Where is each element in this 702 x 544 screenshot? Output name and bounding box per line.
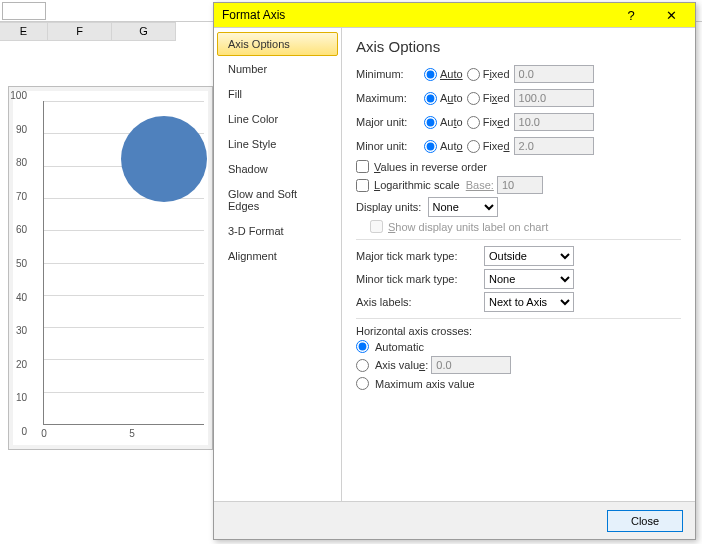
minor-unit-input[interactable] [514, 137, 594, 155]
crosses-heading: Horizontal axis crosses: [356, 325, 681, 337]
chart-plot: 0 5 [43, 101, 204, 425]
minor-unit-label: Minor unit: [356, 140, 424, 152]
nav-alignment[interactable]: Alignment [217, 244, 338, 268]
crosses-max-radio[interactable]: Maximum axis value [356, 377, 681, 390]
y-tick-label: 60 [16, 224, 27, 235]
major-tick-select[interactable]: Outside [484, 246, 574, 266]
panel-heading: Axis Options [356, 38, 681, 55]
radio-label: Automatic [375, 341, 424, 353]
crosses-value-radio[interactable] [356, 359, 369, 372]
help-button[interactable]: ? [611, 8, 651, 23]
nav-axis-options[interactable]: Axis Options [217, 32, 338, 56]
gridline [44, 101, 204, 102]
minor-tick-select[interactable]: None [484, 269, 574, 289]
radio-label: Auto [440, 68, 463, 80]
y-tick-label: 90 [16, 123, 27, 134]
maximum-auto-radio[interactable]: Auto [424, 92, 463, 105]
base-label: Base: [466, 179, 494, 191]
y-tick-label: 10 [16, 392, 27, 403]
gridline [44, 295, 204, 296]
radio-label: Auto [440, 116, 463, 128]
radio-label: Fixed [483, 92, 510, 104]
close-icon[interactable]: ✕ [651, 8, 691, 23]
nav-3d-format[interactable]: 3-D Format [217, 219, 338, 243]
dialog-title: Format Axis [218, 8, 611, 22]
minimum-label: Minimum: [356, 68, 424, 80]
nav-line-color[interactable]: Line Color [217, 107, 338, 131]
major-fixed-radio[interactable]: Fixed [467, 116, 510, 129]
minimum-fixed-radio[interactable]: Fixed [467, 68, 510, 81]
minimum-value-input[interactable] [514, 65, 594, 83]
major-auto-radio[interactable]: Auto [424, 116, 463, 129]
dialog-footer: Close [214, 501, 695, 539]
major-tick-label: Major tick mark type: [356, 250, 484, 262]
col-header[interactable]: E [0, 22, 48, 41]
gridline [44, 392, 204, 393]
radio-label: Auto [440, 92, 463, 104]
log-scale-checkbox[interactable] [356, 179, 369, 192]
checkbox-label: Values in reverse order [374, 161, 487, 173]
gridline [44, 359, 204, 360]
log-base-input[interactable] [497, 176, 543, 194]
y-tick-label: 40 [16, 291, 27, 302]
major-unit-label: Major unit: [356, 116, 424, 128]
minor-fixed-radio[interactable]: Fixed [467, 140, 510, 153]
nav-number[interactable]: Number [217, 57, 338, 81]
category-nav: Axis Options Number Fill Line Color Line… [214, 28, 342, 501]
separator [356, 318, 681, 319]
reverse-order-checkbox[interactable]: Values in reverse order [356, 160, 681, 173]
nav-fill[interactable]: Fill [217, 82, 338, 106]
radio-label: Auto [440, 140, 463, 152]
minor-auto-radio[interactable]: Auto [424, 140, 463, 153]
col-header[interactable]: G [112, 22, 176, 41]
name-box[interactable] [2, 2, 46, 20]
y-tick-label: 50 [16, 258, 27, 269]
radio-label: Fixed [483, 140, 510, 152]
radio-label: Fixed [483, 68, 510, 80]
major-unit-input[interactable] [514, 113, 594, 131]
separator [356, 239, 681, 240]
maximum-label: Maximum: [356, 92, 424, 104]
nav-glow[interactable]: Glow and Soft Edges [217, 182, 338, 218]
y-tick-label: 0 [21, 426, 27, 437]
maximum-value-input[interactable] [514, 89, 594, 107]
y-tick-label: 100 [10, 90, 27, 101]
gridline [44, 230, 204, 231]
nav-line-style[interactable]: Line Style [217, 132, 338, 156]
display-units-label: Display units: [356, 201, 421, 213]
chart-object[interactable]: 100 90 80 70 60 50 40 30 20 10 0 [8, 86, 213, 450]
close-button[interactable]: Close [607, 510, 683, 532]
crosses-group: Horizontal axis crosses: Automatic Axis … [356, 325, 681, 390]
crosses-value-input[interactable] [431, 356, 511, 374]
gridline [44, 263, 204, 264]
show-display-units-label-checkbox: Show display units label on chart [370, 220, 681, 233]
display-units-select[interactable]: None [428, 197, 498, 217]
crosses-value-label: Axis value: [375, 359, 428, 371]
x-tick-label: 0 [41, 428, 47, 439]
titlebar[interactable]: Format Axis ? ✕ [214, 3, 695, 27]
y-tick-label: 30 [16, 325, 27, 336]
crosses-automatic-radio[interactable]: Automatic [356, 340, 681, 353]
minimum-auto-radio[interactable]: Auto [424, 68, 463, 81]
maximum-fixed-radio[interactable]: Fixed [467, 92, 510, 105]
y-tick-label: 20 [16, 358, 27, 369]
gridline [44, 327, 204, 328]
x-tick-label: 5 [129, 428, 135, 439]
minor-tick-label: Minor tick mark type: [356, 273, 484, 285]
y-tick-label: 70 [16, 190, 27, 201]
chart-bubble[interactable] [121, 116, 207, 202]
axis-labels-label: Axis labels: [356, 296, 484, 308]
axis-labels-select[interactable]: Next to Axis [484, 292, 574, 312]
radio-label: Maximum axis value [375, 378, 475, 390]
checkbox-label: Show display units label on chart [388, 221, 548, 233]
chart-plot-area: 100 90 80 70 60 50 40 30 20 10 0 [31, 101, 204, 425]
nav-shadow[interactable]: Shadow [217, 157, 338, 181]
column-headers: E F G [0, 22, 176, 41]
y-tick-label: 80 [16, 157, 27, 168]
col-header[interactable]: F [48, 22, 112, 41]
format-axis-dialog: Format Axis ? ✕ Axis Options Number Fill… [213, 2, 696, 540]
chart-y-axis: 100 90 80 70 60 50 40 30 20 10 0 [9, 95, 31, 431]
log-scale-row: Logarithmic scale Base: [356, 176, 681, 194]
axis-options-panel: Axis Options Minimum: Auto Fixed Maximum… [342, 28, 695, 501]
radio-label: Fixed [483, 116, 510, 128]
